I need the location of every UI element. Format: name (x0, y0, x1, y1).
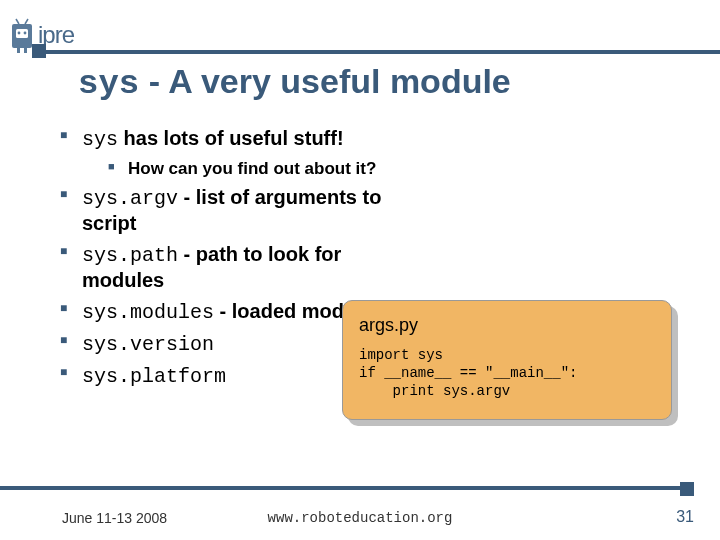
bullet-text: has lots of useful stuff! (118, 127, 344, 149)
slide-title: sys - A very useful module (78, 62, 511, 103)
code-text: sys.path (82, 244, 178, 267)
svg-line-4 (16, 19, 19, 24)
footer-url: www.roboteducation.org (0, 510, 720, 526)
svg-point-2 (18, 32, 21, 35)
bottom-bar-square (680, 482, 694, 496)
code-block: import sys if __name__ == "__main__": pr… (359, 346, 655, 401)
bottom-bar (0, 486, 688, 490)
code-text: sys.version (82, 333, 214, 356)
svg-rect-6 (17, 48, 20, 53)
list-item: sys.version (60, 331, 390, 357)
code-text: sys.platform (82, 365, 226, 388)
top-bar (38, 50, 720, 54)
code-text: sys.modules (82, 301, 214, 324)
title-code: sys (78, 65, 139, 103)
code-box-title: args.py (359, 315, 655, 336)
code-box: args.py import sys if __name__ == "__mai… (342, 300, 672, 420)
bullet-text: How can you find out about it? (128, 159, 376, 178)
list-item: sys.platform (60, 363, 390, 389)
code-text: sys (82, 128, 118, 151)
svg-rect-7 (24, 48, 27, 53)
list-item: sys.path - path to look for modules (60, 242, 390, 293)
code-text: sys.argv (82, 187, 178, 210)
list-item: sys.argv - list of arguments to script (60, 185, 390, 236)
list-item: sys has lots of useful stuff! How can yo… (60, 126, 680, 179)
page-number: 31 (676, 508, 694, 526)
svg-point-3 (24, 32, 27, 35)
title-text: - A very useful module (139, 62, 511, 100)
list-item: sys.modules - loaded modules (60, 299, 390, 325)
code-box-body: args.py import sys if __name__ == "__mai… (342, 300, 672, 420)
svg-line-5 (25, 19, 28, 24)
slide: ipre sys - A very useful module sys has … (0, 0, 720, 540)
sub-list: How can you find out about it? (108, 158, 680, 179)
list-item: How can you find out about it? (108, 158, 680, 179)
